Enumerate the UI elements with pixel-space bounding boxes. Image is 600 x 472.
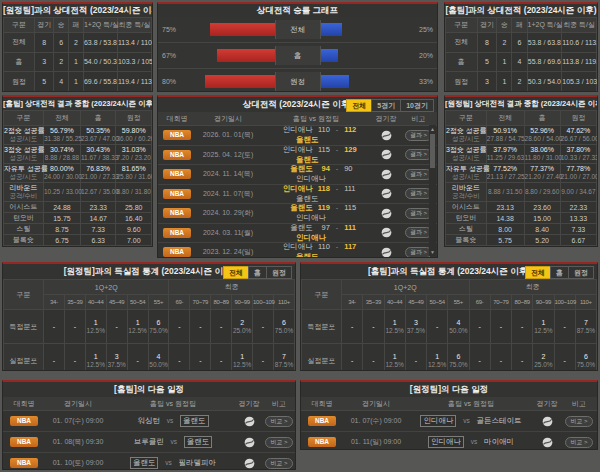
cell: 50.35%23.67 / 47.00 xyxy=(80,126,116,145)
cell: 16.40 xyxy=(116,213,152,224)
col-header: 구분 xyxy=(4,18,35,33)
cell: - xyxy=(44,310,65,344)
venue-tabs: 전체 홈 원정 xyxy=(526,266,594,279)
venue-icon xyxy=(381,130,392,141)
tab-home[interactable]: 홈 xyxy=(248,266,267,279)
home-score: 115 xyxy=(315,145,330,154)
cell: - xyxy=(190,344,211,372)
cell: 6.67 xyxy=(560,235,596,246)
scroll-thumb[interactable] xyxy=(430,134,435,168)
col-header: 승 xyxy=(497,18,512,33)
cell: - xyxy=(342,344,363,372)
cell: 31.03%7.20 / 23.20 xyxy=(116,145,152,164)
panel-title: [원정팀]의 다음 일정 xyxy=(301,382,597,397)
col-header: 35~39 xyxy=(363,295,384,310)
tab-10games[interactable]: 10경기 xyxy=(400,99,434,112)
league-badge: NBA xyxy=(163,169,191,179)
compare-button[interactable]: 비교 > xyxy=(265,437,292,448)
col-header: 110+ xyxy=(575,295,596,310)
cell: 5 xyxy=(35,72,54,92)
game-row: NBA 2024. 11. 07(목) 인디애나 118 - 111 올랜도 결… xyxy=(158,185,437,205)
league-badge: NBA xyxy=(163,150,191,160)
cell: 112.5% xyxy=(127,310,148,344)
compare-button[interactable]: 비교 > xyxy=(565,416,592,427)
table-row: 홈 5 1 4 55.8 / 69.6 113.8 / 119.4 xyxy=(446,52,597,72)
result-button[interactable]: 결과 > xyxy=(405,247,432,258)
stat-label: 어시스트 xyxy=(4,202,44,213)
compare-button[interactable]: 비교 > xyxy=(265,458,292,469)
cell: 홈 xyxy=(4,52,35,72)
row-label: 실점분포 xyxy=(302,344,342,372)
cell: 22.80 xyxy=(116,246,152,248)
cell: 112.5% xyxy=(232,344,253,372)
cell: 전체 xyxy=(446,33,478,53)
cell: - xyxy=(469,310,490,344)
col-header: 40~44 xyxy=(384,295,405,310)
stat-row: 2점슛 성공률성공/시도 56.79%31.38 / 55.25 50.35%2… xyxy=(4,126,152,145)
tab-away[interactable]: 원정 xyxy=(568,266,594,279)
cell: 8.88 / 31.50 xyxy=(486,183,524,202)
away-bar-zone xyxy=(321,23,408,36)
home-score: 97 xyxy=(315,223,330,232)
cell: 4 xyxy=(512,52,527,72)
cell: 59.80%36.00 / 60.20 xyxy=(116,126,152,145)
tab-all[interactable]: 전체 xyxy=(223,266,249,279)
compare-button[interactable]: 비교 > xyxy=(265,416,292,427)
stat-row: 파울 23.13 23.67 22.80 xyxy=(4,246,152,248)
col-header: 55+ xyxy=(448,295,469,310)
panel-title-text: [원정팀]과의 득실점 통계 (2023/24시즌 이후) xyxy=(64,266,235,276)
result-button[interactable]: 결과 > xyxy=(405,149,432,160)
stat-row: 리바운드공격/수비 10.25 / 33.00 12.67 / 35.00 8.… xyxy=(4,183,152,202)
home-team: 인디애나 xyxy=(273,145,313,155)
cell: 5.75 xyxy=(486,235,524,246)
range-header: 34- 35~39 40~44 45~49 50~54 55+ 69- 70~7… xyxy=(302,295,597,310)
panel-title: [홈팀]과의 상대전적 (2023/24시즌 이후) xyxy=(445,4,597,17)
col-header: 1+2Q 득/실 xyxy=(83,18,117,33)
stat-row: 자유투 성공률성공/시도 80.00%24.00 / 30.00 76.83%2… xyxy=(4,164,152,183)
list-header: 대회명 경기일시 홈팀 vs 원정팀 경기장 비고 xyxy=(301,397,597,411)
home-score: 119 xyxy=(315,203,330,212)
home-team: 인디애나 xyxy=(273,184,313,194)
stat-label: 턴오버 xyxy=(4,213,44,224)
stat-label: 3점슛 성공률성공/시도 xyxy=(4,145,44,164)
away-score: 112 xyxy=(344,126,359,134)
cell: 103.3 / 105.3 xyxy=(117,52,151,72)
col-header: 대회명 xyxy=(158,112,196,125)
tab-all[interactable]: 전체 xyxy=(346,99,372,112)
tab-all[interactable]: 전체 xyxy=(525,266,551,279)
tab-away[interactable]: 원정 xyxy=(266,266,292,279)
cell: 81.65%25.80 / 31.60 xyxy=(116,164,152,183)
tab-home[interactable]: 홈 xyxy=(550,266,569,279)
cell: 8 xyxy=(35,33,54,53)
cell: - xyxy=(512,310,533,344)
h2h-games-panel: 상대전적 (2023/24시즌 이후) 전체 5경기 10경기 대회명 경기일시… xyxy=(157,95,438,258)
cell: 675.0% xyxy=(148,310,169,344)
cell: 6.75 xyxy=(43,235,80,246)
tab-5games[interactable]: 5경기 xyxy=(371,99,401,112)
result-button[interactable]: 결과 > xyxy=(405,227,432,238)
col-header: 비고 xyxy=(263,397,295,410)
result-button[interactable]: 결과 > xyxy=(405,188,432,199)
scroll-down-icon[interactable]: ▼ xyxy=(429,248,436,256)
cell: 3 xyxy=(477,72,497,92)
cell: 홈 xyxy=(446,52,478,72)
panel-title: [원정팀]과의 득실점 통계 (2023/24시즌 이후) 전체 홈 원정 xyxy=(3,264,295,279)
home-score: 110 xyxy=(315,126,330,134)
result-button[interactable]: 결과 > xyxy=(405,169,432,180)
league-badge: NBA xyxy=(163,228,191,238)
result-button[interactable]: 결과 > xyxy=(405,130,432,141)
scroll-up-icon[interactable]: ▲ xyxy=(429,125,436,133)
cell: 9.00 / 34.67 xyxy=(560,183,596,202)
schedule-row: NBA 01. 08(목) 09:30 브루클린 vs 올랜도 비교 > xyxy=(3,432,295,453)
col-header: 110+ xyxy=(273,295,294,310)
col-header: 100~109 xyxy=(554,295,575,310)
scrollbar[interactable]: ▲ ▼ xyxy=(429,125,436,256)
stat-label: 자유투 성공률성공/시도 xyxy=(4,164,44,183)
compare-button[interactable]: 비교 > xyxy=(565,437,592,448)
result-button[interactable]: 결과 > xyxy=(405,208,432,219)
col-header: 최종 득/실 xyxy=(562,18,597,33)
game-date: 2023. 12. 24(일) xyxy=(196,247,260,257)
panel-title: 상대전적 승률 그래프 xyxy=(158,4,437,17)
cell: 225.0% xyxy=(533,344,554,372)
cell: 24.63 xyxy=(486,246,524,248)
